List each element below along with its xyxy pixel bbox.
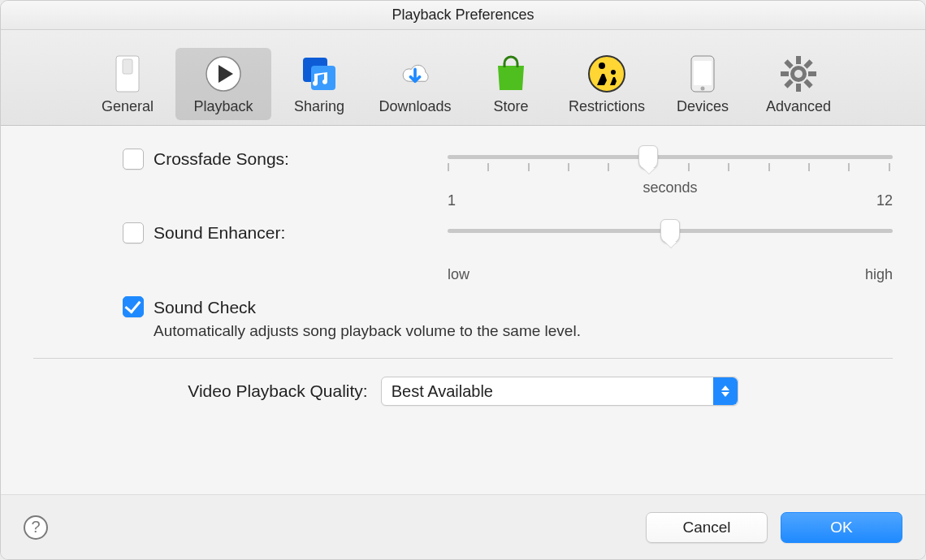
tab-label: Devices bbox=[677, 98, 729, 115]
enhancer-checkbox[interactable] bbox=[123, 222, 144, 243]
tab-label: Store bbox=[493, 98, 528, 115]
crossfade-min-label: 1 bbox=[448, 192, 456, 209]
preferences-toolbar: General Playback Sharing Downloads Store bbox=[1, 30, 925, 126]
crossfade-unit-label: seconds bbox=[643, 179, 697, 196]
svg-rect-13 bbox=[796, 56, 801, 64]
svg-rect-20 bbox=[803, 79, 812, 88]
svg-rect-14 bbox=[796, 84, 801, 92]
crossfade-slider[interactable]: seconds bbox=[448, 149, 893, 191]
crossfade-max-label: 12 bbox=[876, 192, 893, 209]
window-title: Playback Preferences bbox=[392, 6, 534, 24]
ok-button[interactable]: OK bbox=[781, 512, 902, 543]
svg-rect-15 bbox=[781, 71, 789, 76]
svg-point-8 bbox=[611, 70, 616, 75]
enhancer-row: Sound Enhancer: low high bbox=[123, 222, 893, 283]
shopping-bag-icon bbox=[491, 54, 530, 93]
crossfade-row: Crossfade Songs: seconds 1 12 bbox=[123, 149, 893, 209]
tab-playback[interactable]: Playback bbox=[175, 48, 271, 120]
gear-icon bbox=[779, 54, 818, 93]
svg-point-7 bbox=[599, 62, 605, 69]
sound-check-row: Sound Check Automatically adjusts song p… bbox=[123, 296, 893, 340]
ok-button-label: OK bbox=[830, 519, 852, 536]
sound-check-checkbox[interactable] bbox=[123, 296, 144, 317]
svg-rect-19 bbox=[784, 59, 793, 68]
tab-label: Sharing bbox=[294, 98, 344, 115]
svg-point-11 bbox=[701, 87, 705, 91]
cancel-button[interactable]: Cancel bbox=[646, 512, 768, 543]
video-quality-value: Best Available bbox=[392, 382, 493, 401]
switch-icon bbox=[108, 54, 147, 93]
footer: ? Cancel OK bbox=[1, 494, 925, 559]
cloud-download-icon bbox=[396, 54, 435, 93]
preferences-window: Playback Preferences General Playback Sh… bbox=[0, 0, 926, 560]
sound-check-label: Sound Check bbox=[154, 298, 256, 317]
enhancer-thumb[interactable] bbox=[660, 219, 680, 243]
cancel-button-label: Cancel bbox=[682, 519, 730, 536]
tab-downloads[interactable]: Downloads bbox=[367, 48, 463, 120]
video-quality-row: Video Playback Quality: Best Available bbox=[33, 377, 893, 406]
tab-sharing[interactable]: Sharing bbox=[271, 48, 367, 120]
tab-label: Restrictions bbox=[569, 98, 645, 115]
play-icon bbox=[204, 54, 243, 93]
svg-rect-1 bbox=[123, 59, 132, 74]
svg-point-21 bbox=[794, 70, 803, 78]
enhancer-max-label: high bbox=[865, 266, 893, 283]
enhancer-label: Sound Enhancer: bbox=[154, 223, 285, 243]
crossfade-label: Crossfade Songs: bbox=[154, 149, 289, 169]
help-icon: ? bbox=[31, 518, 40, 536]
svg-rect-16 bbox=[808, 71, 816, 76]
enhancer-min-label: low bbox=[448, 266, 469, 283]
enhancer-slider[interactable] bbox=[448, 222, 893, 265]
parental-icon bbox=[587, 54, 626, 93]
sound-check-description: Automatically adjusts song playback volu… bbox=[154, 322, 581, 340]
svg-rect-10 bbox=[694, 61, 712, 85]
tab-label: Advanced bbox=[766, 98, 831, 115]
tab-label: Downloads bbox=[379, 98, 451, 115]
tab-store[interactable]: Store bbox=[463, 48, 559, 120]
tab-advanced[interactable]: Advanced bbox=[751, 48, 846, 120]
video-quality-select[interactable]: Best Available bbox=[381, 377, 738, 406]
tab-label: Playback bbox=[193, 98, 253, 115]
content-pane: Crossfade Songs: seconds 1 12 bbox=[1, 126, 925, 414]
tab-devices[interactable]: Devices bbox=[655, 48, 751, 120]
titlebar: Playback Preferences bbox=[1, 1, 925, 30]
video-quality-label: Video Playback Quality: bbox=[188, 381, 367, 401]
phone-icon bbox=[683, 54, 722, 93]
tab-label: General bbox=[102, 98, 154, 115]
tab-restrictions[interactable]: Restrictions bbox=[559, 48, 655, 120]
help-button[interactable]: ? bbox=[24, 515, 48, 540]
divider bbox=[33, 358, 893, 359]
sharing-icon bbox=[300, 54, 339, 93]
svg-point-6 bbox=[589, 56, 625, 92]
crossfade-checkbox[interactable] bbox=[123, 149, 144, 170]
crossfade-thumb[interactable] bbox=[638, 145, 658, 170]
svg-rect-17 bbox=[803, 59, 812, 68]
select-stepper-icon bbox=[713, 377, 738, 405]
tab-general[interactable]: General bbox=[80, 48, 175, 120]
svg-rect-18 bbox=[784, 79, 793, 88]
